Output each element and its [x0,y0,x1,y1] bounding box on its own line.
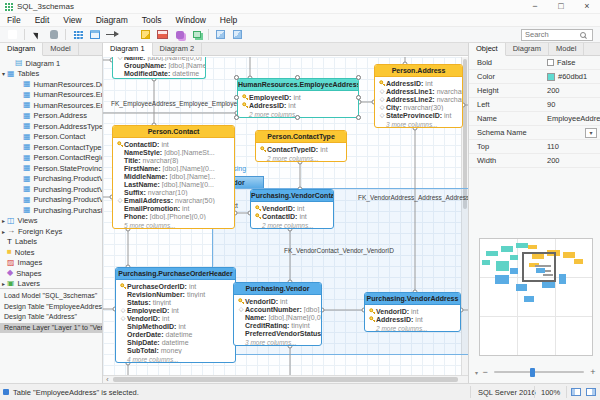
history-item[interactable]: Design Table "EmployeeAddress" [0,302,102,313]
tree-expander-icon[interactable]: ▸ [0,280,7,286]
tree-item-table-8[interactable]: ▦Person.StateProvince [0,163,102,174]
property-row-bold[interactable]: BoldFalse [469,56,600,70]
diagram-table-Purchasing.PurchaseOrderHeader[interactable]: Purchasing.PurchaseOrderHeaderPurchaseOr… [115,267,236,363]
tree-item-table-7[interactable]: ▦Person.ContactRegion [0,153,102,164]
table-column[interactable]: CreditRating: tinyint [234,321,321,329]
table-column[interactable]: FirstName: [dbo].[Name](0... [113,164,234,172]
table-column[interactable]: ◇StateProvinceID: int [375,111,462,119]
tree-group-views[interactable]: ▸◫Views [0,216,102,227]
color-swatch[interactable] [547,73,555,81]
new-note-button[interactable] [137,28,154,42]
selection-handle[interactable] [234,75,239,80]
minimize-button[interactable]: − [522,0,548,14]
table-header[interactable]: Person.Address [375,65,462,77]
table-column[interactable]: AddressID: int [365,315,460,323]
menu-window[interactable]: Window [169,14,213,27]
property-value[interactable]: #60dbd1 [547,72,587,81]
table-column[interactable]: EmployeeID: int [238,93,358,101]
table-column[interactable]: ◇VendorID: int [116,314,235,322]
diagram-table-Person.Address[interactable]: Person.AddressAddressID: int◇AddressLine… [374,64,463,128]
property-value[interactable]: 200 [547,156,560,165]
history-item[interactable]: Design Table "Address" [0,312,102,323]
maximize-button[interactable]: □ [548,0,574,14]
table-column[interactable]: PurchaseOrderID: int [116,282,235,290]
table-column[interactable]: MiddleName: [dbo].[Name]... [113,172,234,180]
tree-group-labels[interactable]: TLabels [0,237,102,248]
selection-handle[interactable] [295,75,300,80]
table-column[interactable]: ◇AddressLine1: nvarchar(... [375,87,462,95]
table-header[interactable]: Purchasing.VendorContact [251,190,333,202]
table-header[interactable]: Person.Contact [113,126,234,138]
new-table-button[interactable] [69,28,86,42]
table-column[interactable]: ContactID: int [113,140,234,148]
tree-item-table-3[interactable]: ▦Person.Address [0,111,102,122]
table-column[interactable]: NameStyle: [dbo].[NameSt... [113,148,234,156]
property-row-top[interactable]: Top110 [469,140,600,154]
fit-screen-button[interactable] [229,28,246,42]
table-column[interactable]: RevisionNumber: tinyint [116,290,235,298]
diagram-table-Person.Contact[interactable]: Person.ContactContactID: intNameStyle: [… [112,125,235,229]
new-relation-button[interactable] [103,28,120,42]
tab-diagram[interactable]: Diagram [0,43,43,56]
hscroll-thumb[interactable] [113,377,458,382]
close-button[interactable]: × [574,0,600,14]
pan-button[interactable] [45,28,62,42]
table-column[interactable]: VendorID: int [251,204,333,212]
search-input[interactable] [522,30,580,39]
table-column[interactable]: ShipMethodID: int [116,322,235,330]
table-column[interactable]: GroupName: [dbo].[Name](0,0) [113,61,205,69]
tree-group-shapes[interactable]: ◆Shapes [0,268,102,279]
tab-object[interactable]: Object [469,43,506,56]
selection-handle[interactable] [356,115,361,120]
table-header[interactable]: Purchasing.VendorAddress [365,293,460,305]
tree-item-table-10[interactable]: ▦Purchasing.ProductVen... [0,184,102,195]
selection-handle[interactable] [234,95,239,100]
diagram-table-Purchasing.Vendor[interactable]: Purchasing.VendorVendorID: int◇AccountNu… [233,282,322,346]
table-header[interactable]: HumanResources.EmployeeAddress [238,79,358,91]
table-column[interactable]: VendorID: int [234,297,321,305]
tree-item-table-9[interactable]: ▦Purchasing.ProductVen... [0,174,102,185]
table-column[interactable]: ContactTypeID: int [256,145,346,153]
table-column[interactable]: PreferredVendorStatus: [dbo].[Flag](0,0) [234,329,321,337]
menu-help[interactable]: Help [213,14,244,27]
new-label-button[interactable] [120,28,137,42]
table-column[interactable]: Name: [dbo].[Name](0,0) [234,313,321,321]
table-column[interactable]: AddressID: int [375,79,462,87]
table-column[interactable]: Suffix: nvarchar(10) [113,188,234,196]
diagram-table-HumanResources.EmployeeAddress[interactable]: HumanResources.EmployeeAddressEmployeeID… [237,78,359,118]
new-layer-button[interactable] [188,28,205,42]
panel-toggle-right-button[interactable] [586,388,596,396]
new-view-button[interactable] [86,28,103,42]
table-column[interactable]: Title: nvarchar(8) [113,156,234,164]
table-column[interactable]: OrderDate: datetime [116,330,235,338]
menu-diagram[interactable]: Diagram [89,14,135,27]
menu-tools[interactable]: Tools [135,14,169,27]
tree-item-table-6[interactable]: ▦Person.ContactType [0,142,102,153]
auto-layout-button[interactable] [212,28,229,42]
tab-diagram-1[interactable]: Diagram 1 [103,43,153,56]
table-column[interactable]: ModifiedDate: datetime [113,69,205,77]
property-row-name[interactable]: NameEmployeeAddress [469,112,600,126]
table-column[interactable]: ContactID: int [251,212,333,220]
table-column[interactable]: EmailPromotion: int [113,204,234,212]
tree-item-table-0[interactable]: ▦HumanResources.Depar... [0,79,102,90]
tree-group-tables[interactable]: ▾▦Tables [0,69,102,80]
minimap-viewport[interactable] [522,252,556,282]
tab-model[interactable]: Model [43,43,78,55]
tree-group-images[interactable]: ▨Images [0,258,102,269]
history-item[interactable]: Load Model "SQL_3schemas" [0,291,102,302]
menu-file[interactable]: File [0,14,28,27]
cursor-button[interactable] [28,28,45,42]
table-column[interactable]: LastName: [dbo].[Name](0... [113,180,234,188]
zoom-in-button[interactable]: + [586,367,600,377]
tree-item-table-4[interactable]: ▦Person.AddressType [0,121,102,132]
property-value[interactable]: 200 [547,86,560,95]
property-row-color[interactable]: Color#60dbd1 [469,70,600,84]
property-value[interactable]: 90 [547,100,555,109]
table-column[interactable]: SubTotal: money [116,346,235,354]
checkbox-icon[interactable] [547,59,554,66]
table-column[interactable]: ◇City: nvarchar(30) [375,103,462,111]
tree-item-diagram-1[interactable]: ▤Diagram 1 [0,58,102,69]
tree-item-table-2[interactable]: ▦HumanResources.Emplo... [0,100,102,111]
table-column[interactable]: ◇Name: [dbo].[Name](0,0) [113,57,205,61]
